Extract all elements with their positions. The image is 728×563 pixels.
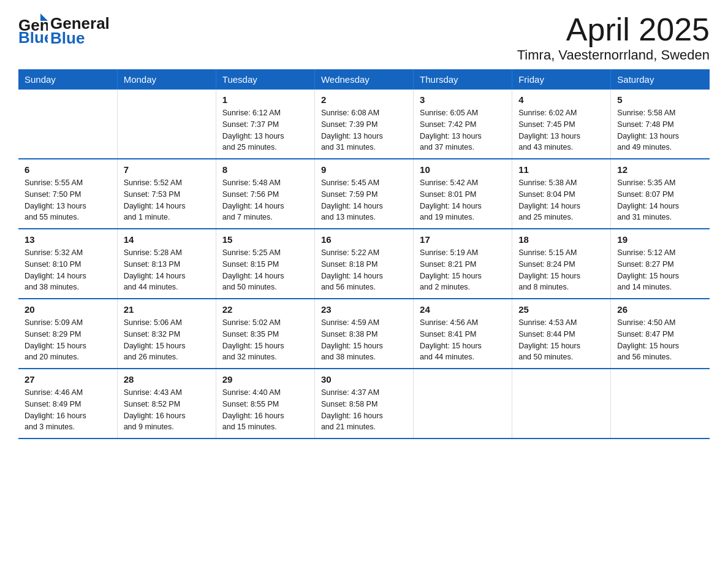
day-number: 3 bbox=[420, 94, 506, 105]
day-number: 2 bbox=[321, 94, 407, 105]
day-number: 23 bbox=[321, 304, 407, 315]
calendar-cell: 29Sunrise: 4:40 AM Sunset: 8:55 PM Dayli… bbox=[216, 369, 314, 439]
day-info: Sunrise: 5:38 AM Sunset: 8:04 PM Dayligh… bbox=[518, 177, 604, 223]
day-number: 17 bbox=[420, 234, 506, 245]
day-number: 4 bbox=[518, 94, 604, 105]
calendar-cell: 16Sunrise: 5:22 AM Sunset: 8:18 PM Dayli… bbox=[314, 229, 413, 299]
day-info: Sunrise: 5:55 AM Sunset: 7:50 PM Dayligh… bbox=[25, 177, 111, 223]
week-row-4: 20Sunrise: 5:09 AM Sunset: 8:29 PM Dayli… bbox=[18, 299, 710, 369]
week-row-1: 1Sunrise: 6:12 AM Sunset: 7:37 PM Daylig… bbox=[18, 90, 710, 159]
day-info: Sunrise: 5:28 AM Sunset: 8:13 PM Dayligh… bbox=[124, 247, 210, 293]
day-number: 16 bbox=[321, 234, 407, 245]
logo: General Blue General Blue bbox=[18, 12, 110, 48]
calendar-cell: 23Sunrise: 4:59 AM Sunset: 8:38 PM Dayli… bbox=[314, 299, 413, 369]
calendar-title: April 2025 bbox=[517, 12, 710, 47]
calendar-cell: 17Sunrise: 5:19 AM Sunset: 8:21 PM Dayli… bbox=[414, 229, 512, 299]
day-info: Sunrise: 5:25 AM Sunset: 8:15 PM Dayligh… bbox=[222, 247, 308, 293]
calendar-subtitle: Timra, Vaesternorrland, Sweden bbox=[517, 47, 710, 63]
day-number: 15 bbox=[222, 234, 308, 245]
logo-icon: General Blue bbox=[18, 12, 48, 48]
calendar-cell: 26Sunrise: 4:50 AM Sunset: 8:47 PM Dayli… bbox=[611, 299, 710, 369]
day-number: 30 bbox=[321, 374, 407, 385]
calendar-cell: 6Sunrise: 5:55 AM Sunset: 7:50 PM Daylig… bbox=[18, 159, 117, 229]
week-row-5: 27Sunrise: 4:46 AM Sunset: 8:49 PM Dayli… bbox=[18, 369, 710, 439]
calendar-table: SundayMondayTuesdayWednesdayThursdayFrid… bbox=[18, 69, 710, 439]
day-info: Sunrise: 4:43 AM Sunset: 8:52 PM Dayligh… bbox=[124, 387, 210, 433]
day-info: Sunrise: 5:42 AM Sunset: 8:01 PM Dayligh… bbox=[420, 177, 506, 223]
calendar-cell: 1Sunrise: 6:12 AM Sunset: 7:37 PM Daylig… bbox=[216, 90, 314, 159]
day-number: 6 bbox=[25, 164, 111, 175]
day-number: 12 bbox=[617, 164, 703, 175]
day-info: Sunrise: 5:09 AM Sunset: 8:29 PM Dayligh… bbox=[25, 317, 111, 363]
calendar-cell: 5Sunrise: 5:58 AM Sunset: 7:48 PM Daylig… bbox=[611, 90, 710, 159]
day-number: 28 bbox=[124, 374, 210, 385]
calendar-cell: 20Sunrise: 5:09 AM Sunset: 8:29 PM Dayli… bbox=[18, 299, 117, 369]
day-number: 19 bbox=[617, 234, 703, 245]
day-number: 18 bbox=[518, 234, 604, 245]
day-info: Sunrise: 5:15 AM Sunset: 8:24 PM Dayligh… bbox=[518, 247, 604, 293]
calendar-cell: 8Sunrise: 5:48 AM Sunset: 7:56 PM Daylig… bbox=[216, 159, 314, 229]
calendar-cell: 4Sunrise: 6:02 AM Sunset: 7:45 PM Daylig… bbox=[512, 90, 611, 159]
calendar-cell: 10Sunrise: 5:42 AM Sunset: 8:01 PM Dayli… bbox=[414, 159, 512, 229]
weekday-header-friday: Friday bbox=[512, 69, 611, 90]
day-info: Sunrise: 5:45 AM Sunset: 7:59 PM Dayligh… bbox=[321, 177, 407, 223]
calendar-cell: 15Sunrise: 5:25 AM Sunset: 8:15 PM Dayli… bbox=[216, 229, 314, 299]
day-info: Sunrise: 4:56 AM Sunset: 8:41 PM Dayligh… bbox=[420, 317, 506, 363]
week-row-2: 6Sunrise: 5:55 AM Sunset: 7:50 PM Daylig… bbox=[18, 159, 710, 229]
day-info: Sunrise: 6:02 AM Sunset: 7:45 PM Dayligh… bbox=[518, 107, 604, 153]
calendar-cell: 22Sunrise: 5:02 AM Sunset: 8:35 PM Dayli… bbox=[216, 299, 314, 369]
day-info: Sunrise: 4:46 AM Sunset: 8:49 PM Dayligh… bbox=[25, 387, 111, 433]
day-info: Sunrise: 5:02 AM Sunset: 8:35 PM Dayligh… bbox=[222, 317, 308, 363]
title-block: April 2025 Timra, Vaesternorrland, Swede… bbox=[517, 12, 710, 63]
day-number: 21 bbox=[124, 304, 210, 315]
day-info: Sunrise: 5:48 AM Sunset: 7:56 PM Dayligh… bbox=[222, 177, 308, 223]
calendar-cell bbox=[414, 369, 512, 439]
day-info: Sunrise: 5:22 AM Sunset: 8:18 PM Dayligh… bbox=[321, 247, 407, 293]
day-info: Sunrise: 6:05 AM Sunset: 7:42 PM Dayligh… bbox=[420, 107, 506, 153]
day-info: Sunrise: 5:19 AM Sunset: 8:21 PM Dayligh… bbox=[420, 247, 506, 293]
weekday-header-monday: Monday bbox=[117, 69, 216, 90]
day-info: Sunrise: 6:08 AM Sunset: 7:39 PM Dayligh… bbox=[321, 107, 407, 153]
calendar-cell: 9Sunrise: 5:45 AM Sunset: 7:59 PM Daylig… bbox=[314, 159, 413, 229]
weekday-header-sunday: Sunday bbox=[18, 69, 117, 90]
calendar-cell: 7Sunrise: 5:52 AM Sunset: 7:53 PM Daylig… bbox=[117, 159, 216, 229]
calendar-cell: 14Sunrise: 5:28 AM Sunset: 8:13 PM Dayli… bbox=[117, 229, 216, 299]
day-number: 1 bbox=[222, 94, 308, 105]
day-info: Sunrise: 4:37 AM Sunset: 8:58 PM Dayligh… bbox=[321, 387, 407, 433]
day-number: 27 bbox=[25, 374, 111, 385]
calendar-cell bbox=[117, 90, 216, 159]
calendar-cell bbox=[18, 90, 117, 159]
calendar-cell: 2Sunrise: 6:08 AM Sunset: 7:39 PM Daylig… bbox=[314, 90, 413, 159]
day-number: 22 bbox=[222, 304, 308, 315]
day-info: Sunrise: 5:32 AM Sunset: 8:10 PM Dayligh… bbox=[25, 247, 111, 293]
day-number: 20 bbox=[25, 304, 111, 315]
calendar-cell: 25Sunrise: 4:53 AM Sunset: 8:44 PM Dayli… bbox=[512, 299, 611, 369]
day-number: 24 bbox=[420, 304, 506, 315]
day-number: 8 bbox=[222, 164, 308, 175]
calendar-cell: 27Sunrise: 4:46 AM Sunset: 8:49 PM Dayli… bbox=[18, 369, 117, 439]
day-info: Sunrise: 5:12 AM Sunset: 8:27 PM Dayligh… bbox=[617, 247, 703, 293]
page-header: General Blue General Blue April 2025 Tim… bbox=[18, 12, 710, 63]
weekday-header-tuesday: Tuesday bbox=[216, 69, 314, 90]
calendar-cell: 24Sunrise: 4:56 AM Sunset: 8:41 PM Dayli… bbox=[414, 299, 512, 369]
calendar-cell: 18Sunrise: 5:15 AM Sunset: 8:24 PM Dayli… bbox=[512, 229, 611, 299]
day-number: 7 bbox=[124, 164, 210, 175]
calendar-cell: 28Sunrise: 4:43 AM Sunset: 8:52 PM Dayli… bbox=[117, 369, 216, 439]
calendar-cell: 21Sunrise: 5:06 AM Sunset: 8:32 PM Dayli… bbox=[117, 299, 216, 369]
weekday-header-thursday: Thursday bbox=[414, 69, 512, 90]
weekday-header-saturday: Saturday bbox=[611, 69, 710, 90]
day-number: 13 bbox=[25, 234, 111, 245]
weekday-header-wednesday: Wednesday bbox=[314, 69, 413, 90]
calendar-cell: 3Sunrise: 6:05 AM Sunset: 7:42 PM Daylig… bbox=[414, 90, 512, 159]
calendar-cell: 13Sunrise: 5:32 AM Sunset: 8:10 PM Dayli… bbox=[18, 229, 117, 299]
calendar-cell bbox=[611, 369, 710, 439]
day-info: Sunrise: 6:12 AM Sunset: 7:37 PM Dayligh… bbox=[222, 107, 308, 153]
day-number: 10 bbox=[420, 164, 506, 175]
calendar-cell: 12Sunrise: 5:35 AM Sunset: 8:07 PM Dayli… bbox=[611, 159, 710, 229]
day-number: 11 bbox=[518, 164, 604, 175]
day-number: 9 bbox=[321, 164, 407, 175]
weekday-header-row: SundayMondayTuesdayWednesdayThursdayFrid… bbox=[18, 69, 710, 90]
day-number: 29 bbox=[222, 374, 308, 385]
day-info: Sunrise: 4:50 AM Sunset: 8:47 PM Dayligh… bbox=[617, 317, 703, 363]
day-info: Sunrise: 4:53 AM Sunset: 8:44 PM Dayligh… bbox=[518, 317, 604, 363]
